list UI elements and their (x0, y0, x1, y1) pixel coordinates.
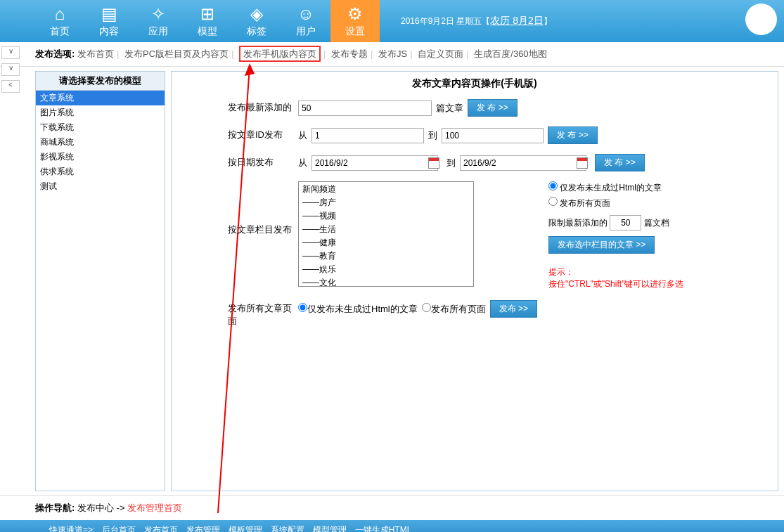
nav-content[interactable]: ▤内容 (84, 4, 134, 38)
opt-topic[interactable]: 发布专题 (331, 48, 368, 59)
id-to-input[interactable] (442, 128, 544, 143)
category-option[interactable]: ——娱乐 (300, 263, 473, 276)
lunar-link[interactable]: 农历 8月2日 (490, 15, 543, 26)
radio-only-new[interactable]: 仅发布未生成过Html的文章 (548, 181, 683, 194)
date-from-input[interactable] (311, 155, 438, 171)
category-option[interactable]: ——教育 (300, 249, 473, 263)
opt-mobile[interactable]: 发布手机版内容页 (239, 46, 321, 62)
model-item[interactable]: 图片系统 (36, 105, 165, 120)
category-option[interactable]: 新闻频道 (300, 183, 473, 196)
label-byid: 按文章ID发布 (186, 126, 298, 141)
nav-user[interactable]: ☺用户 (281, 4, 330, 38)
page-title: 发布文章内容页操作(手机版) (172, 72, 778, 96)
nav-app[interactable]: ✧应用 (134, 4, 183, 38)
puzzle-icon: ✧ (151, 4, 165, 24)
publish-all-button[interactable]: 发布 >> (490, 300, 537, 318)
model-item[interactable]: 文章系统 (36, 91, 165, 105)
publish-bydate-button[interactable]: 发 布 >> (595, 154, 645, 171)
nav-settings[interactable]: ⚙设置 (330, 0, 380, 42)
model-list[interactable]: 文章系统图片系统下载系统商城系统影视系统供求系统测试 (35, 91, 165, 491)
label-newest: 发布最新添加的 (186, 99, 298, 114)
category-option[interactable]: ——房产 (300, 196, 473, 209)
edge-toggle-2[interactable]: ∨ (1, 63, 20, 76)
category-option[interactable]: ——视频 (300, 209, 473, 223)
newest-unit: 篇文章 (436, 102, 463, 115)
top-nav: ⌂首页 ▤内容 ✧应用 ⊞模型 ◈标签 ☺用户 ⚙设置 2016年9月2日 星期… (0, 0, 784, 42)
quick-link[interactable]: 发布管理 (186, 525, 220, 532)
radio-all-only-new[interactable]: 仅发布未生成过Html的文章 (298, 303, 418, 316)
publish-options-bar: 发布选项: 发布首页| 发布PC版栏目页及内容页| 发布手机版内容页| 发布专题… (0, 42, 784, 67)
model-item[interactable]: 下载系统 (36, 120, 165, 135)
category-select[interactable]: 新闻频道——房产——视频——生活——健康——教育——娱乐——文化——经济——社会 (298, 181, 474, 287)
quick-links-bar: 快速通道=>: 后台首页发布首页发布管理模板管理系统配置模型管理一键生成HTML (0, 520, 784, 532)
document-icon: ▤ (101, 4, 117, 24)
logo-icon (745, 4, 777, 35)
quick-link[interactable]: 模板管理 (229, 525, 262, 532)
nav-model[interactable]: ⊞模型 (183, 4, 232, 38)
opt-home[interactable]: 发布首页 (77, 48, 114, 59)
calendar-icon[interactable] (577, 157, 588, 169)
publish-options-label: 发布选项: (35, 48, 75, 59)
calendar-icon[interactable] (428, 157, 439, 169)
newest-count-input[interactable] (298, 100, 432, 116)
home-icon: ⌂ (55, 4, 65, 24)
edge-toggle-3[interactable]: < (1, 80, 20, 93)
nav-tag[interactable]: ◈标签 (232, 4, 281, 38)
edge-toggle-1[interactable]: ∨ (1, 46, 20, 59)
quick-link[interactable]: 系统配置 (271, 525, 304, 532)
user-icon: ☺ (297, 4, 315, 24)
gear-icon: ⚙ (347, 4, 363, 24)
quick-link[interactable]: 模型管理 (313, 525, 347, 532)
label-bycategory: 按文章栏目发布 (186, 181, 298, 236)
model-panel-title: 请选择要发布的模型 (35, 71, 165, 91)
publish-byid-button[interactable]: 发 布 >> (548, 126, 598, 144)
quick-link[interactable]: 发布首页 (144, 525, 178, 532)
publish-category-button[interactable]: 发布选中栏目的文章 >> (548, 236, 655, 254)
category-option[interactable]: ——生活 (300, 223, 473, 236)
quick-link[interactable]: 后台首页 (102, 525, 136, 532)
id-from-input[interactable] (311, 128, 424, 143)
date-info: 2016年9月2日 星期五【农历 8月2日】 (401, 15, 552, 27)
ruler-icon: ⊞ (200, 4, 214, 24)
nav-home[interactable]: ⌂首页 (35, 4, 84, 38)
label-bydate: 按日期发布 (186, 154, 298, 169)
model-item[interactable]: 供求系统 (36, 164, 165, 179)
label-all: 发布所有文章页面 (186, 300, 298, 327)
category-option[interactable]: ——文化 (300, 276, 473, 287)
model-item[interactable]: 商城系统 (36, 135, 165, 150)
model-item[interactable]: 测试 (36, 179, 165, 194)
model-item[interactable]: 影视系统 (36, 150, 165, 164)
opt-js[interactable]: 发布JS (378, 48, 407, 59)
radio-all-pages[interactable]: 发布所有页面 (548, 197, 683, 209)
opt-pc[interactable]: 发布PC版栏目页及内容页 (124, 48, 229, 59)
hint-text: 提示： 按住"CTRL"或"Shift"键可以进行多选 (548, 266, 683, 290)
date-to-input[interactable] (460, 155, 586, 171)
publish-newest-button[interactable]: 发 布 >> (468, 99, 518, 117)
left-edge: ∨ ∨ < (0, 42, 21, 97)
breadcrumb: 操作导航: 发布中心 -> 发布管理首页 (0, 495, 784, 520)
tag-icon: ◈ (250, 4, 263, 24)
limit-input[interactable] (610, 215, 641, 231)
category-option[interactable]: ——健康 (300, 236, 473, 249)
opt-custom[interactable]: 自定义页面 (418, 48, 463, 59)
opt-sitemap[interactable]: 生成百度/360地图 (474, 48, 546, 59)
quick-link[interactable]: 一键生成HTML (355, 525, 412, 532)
breadcrumb-link[interactable]: 发布管理首页 (127, 502, 182, 513)
radio-all-pages2[interactable]: 发布所有页面 (422, 303, 486, 316)
